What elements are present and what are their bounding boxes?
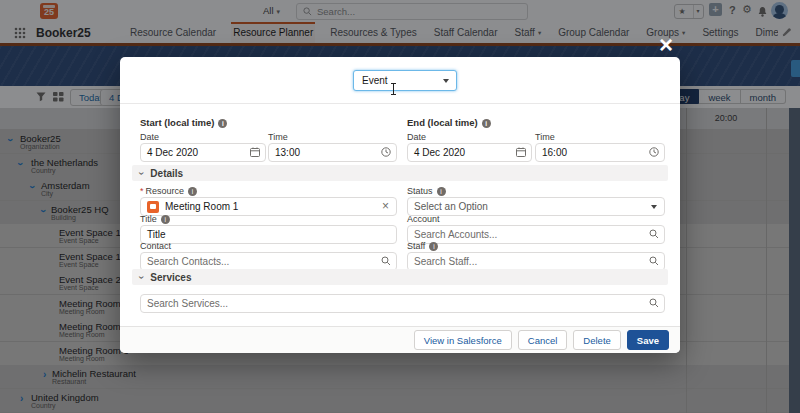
- chevron-down-icon: [443, 79, 449, 83]
- chevron-down-icon: [651, 205, 657, 209]
- info-icon[interactable]: i: [437, 187, 446, 196]
- status-select[interactable]: Select an Option: [407, 197, 665, 216]
- services-search-input[interactable]: Search Services...: [140, 294, 665, 313]
- search-icon: [649, 256, 659, 268]
- calendar-icon[interactable]: [250, 147, 260, 159]
- divider: [120, 103, 680, 104]
- calendar-icon[interactable]: [516, 147, 526, 159]
- info-icon[interactable]: i: [188, 187, 197, 196]
- search-icon: [381, 256, 391, 268]
- reservation-type-value: Event: [362, 75, 388, 86]
- reservation-modal: Event Start (local time)i End (local tim…: [120, 57, 680, 353]
- contact-label: Contact: [140, 241, 171, 251]
- end-date-label: Date: [407, 132, 426, 142]
- search-icon: [649, 298, 659, 310]
- clock-icon[interactable]: [381, 147, 391, 159]
- staff-label: Staffi: [407, 241, 438, 251]
- title-label: Titlei: [140, 214, 170, 224]
- end-time-input[interactable]: 16:00: [535, 143, 665, 162]
- start-date-label: Date: [140, 132, 159, 142]
- delete-button[interactable]: Delete: [573, 330, 620, 350]
- title-input[interactable]: Title: [140, 225, 397, 244]
- clock-icon[interactable]: [649, 147, 659, 159]
- resource-label: *Resourcei: [140, 186, 197, 196]
- required-asterisk: *: [140, 186, 144, 196]
- screen: 25 All▾ Search... ★ ▾ + ? ⚙ Booker25 Res…: [0, 0, 800, 413]
- start-date-input[interactable]: 4 Dec 2020: [140, 143, 266, 162]
- reservation-type-select[interactable]: Event: [353, 70, 457, 91]
- start-time-label: Time: [268, 132, 288, 142]
- status-label: Statusi: [407, 186, 446, 196]
- view-in-salesforce-button[interactable]: View in Salesforce: [414, 330, 512, 350]
- chevron-down-icon: ›: [136, 171, 147, 174]
- remove-resource-icon[interactable]: ×: [382, 199, 389, 213]
- chevron-down-icon: ›: [136, 275, 147, 278]
- end-date-input[interactable]: 4 Dec 2020: [407, 143, 532, 162]
- resource-type-icon: [147, 201, 159, 213]
- modal-footer: View in Salesforce Cancel Delete Save: [120, 326, 680, 353]
- start-group-label: Start (local time)i: [140, 117, 227, 128]
- info-icon[interactable]: i: [482, 119, 491, 128]
- details-section-header[interactable]: › Details: [132, 165, 668, 181]
- info-icon[interactable]: i: [429, 242, 438, 251]
- info-icon[interactable]: i: [218, 119, 227, 128]
- services-section-header[interactable]: › Services: [132, 269, 668, 285]
- end-group-label: End (local time)i: [407, 117, 491, 128]
- info-icon[interactable]: i: [161, 215, 170, 224]
- resource-pill[interactable]: Meeting Room 1 ×: [140, 197, 397, 216]
- account-search-input[interactable]: Search Accounts...: [407, 225, 665, 244]
- modal-close-icon[interactable]: ×: [653, 33, 679, 57]
- end-time-label: Time: [535, 132, 555, 142]
- start-time-input[interactable]: 13:00: [268, 143, 397, 162]
- cancel-button[interactable]: Cancel: [518, 330, 568, 350]
- save-button[interactable]: Save: [627, 330, 669, 350]
- text-cursor-icon: [390, 83, 397, 95]
- search-icon: [649, 229, 659, 241]
- account-label: Account: [407, 214, 440, 224]
